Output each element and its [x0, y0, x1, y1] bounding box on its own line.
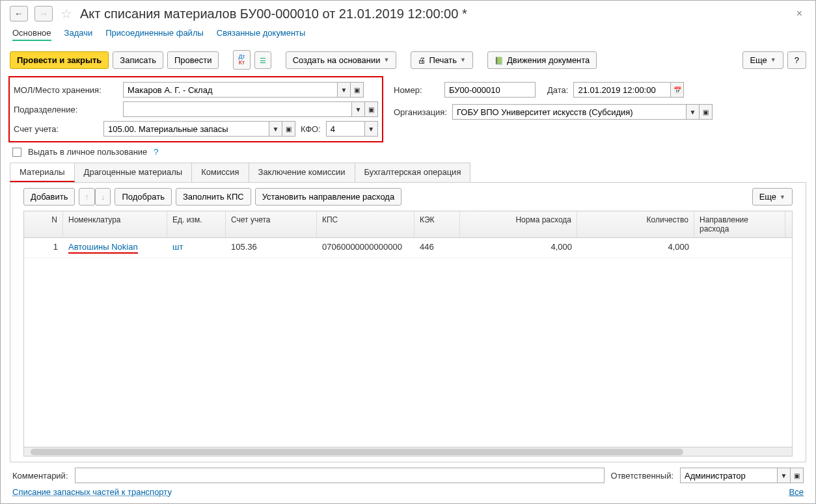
col-n[interactable]: N — [24, 211, 63, 237]
nav-back-button[interactable]: ← — [10, 6, 28, 21]
post-close-button[interactable]: Провести и закрыть — [10, 51, 109, 69]
footer-link[interactable]: Списание запасных частей к транспорту — [12, 487, 172, 497]
move-up-button[interactable]: ↑ — [79, 188, 95, 206]
personal-use-checkbox[interactable] — [12, 148, 21, 157]
movements-button[interactable]: Движения документа — [487, 51, 597, 69]
printer-icon — [418, 55, 426, 65]
number-label: Номер: — [394, 85, 426, 95]
dt-kt-button[interactable]: ДтКт — [233, 50, 250, 70]
nav-files[interactable]: Присоединенные файлы — [105, 28, 204, 41]
help-icon[interactable]: ? — [154, 147, 158, 157]
comment-label: Комментарий: — [12, 471, 68, 481]
col-ed[interactable]: Ед. изм. — [167, 211, 226, 237]
org-dropdown[interactable]: ▼ — [687, 104, 700, 120]
tab-commission[interactable]: Комиссия — [191, 163, 249, 182]
add-button[interactable]: Добавить — [23, 188, 75, 206]
nav-tasks[interactable]: Задачи — [64, 28, 93, 41]
table-header: N Номенклатура Ед. изм. Счет учета КПС К… — [24, 211, 792, 238]
col-kek[interactable]: КЭК — [415, 211, 460, 237]
create-based-button[interactable]: Создать на основании ▼ — [286, 51, 397, 69]
account-label: Счет учета: — [14, 124, 98, 134]
date-label: Дата: — [547, 85, 568, 95]
col-norma[interactable]: Норма расхода — [460, 211, 577, 237]
nav-forward-button[interactable]: → — [34, 6, 53, 21]
col-napr[interactable]: Направление расхода — [694, 211, 785, 237]
date-input[interactable] — [573, 82, 671, 98]
mol-label: МОЛ/Место хранения: — [14, 85, 118, 95]
pick-button[interactable]: Подобрать — [115, 188, 171, 206]
dept-dropdown[interactable]: ▼ — [352, 101, 365, 117]
list-icon-button[interactable] — [254, 51, 271, 69]
mol-input[interactable] — [123, 82, 338, 98]
resp-dropdown[interactable]: ▼ — [778, 468, 791, 483]
comment-input[interactable] — [75, 468, 605, 483]
tab-conclusion[interactable]: Заключение комиссии — [249, 163, 355, 182]
chevron-down-icon: ▼ — [780, 194, 785, 200]
col-schet[interactable]: Счет учета — [226, 211, 317, 237]
date-picker[interactable]: 📅 — [671, 82, 684, 98]
resp-input[interactable] — [680, 468, 778, 483]
tab-accounting[interactable]: Бухгалтерская операция — [355, 163, 471, 182]
account-input[interactable] — [103, 121, 269, 137]
more-button[interactable]: Еще ▼ — [742, 51, 783, 69]
mol-open[interactable]: ▣ — [351, 82, 364, 98]
chevron-down-icon: ▼ — [460, 57, 466, 63]
chevron-down-icon: ▼ — [770, 57, 776, 63]
list-icon — [260, 55, 266, 65]
set-direction-button[interactable]: Установить направление расхода — [255, 188, 402, 206]
number-input[interactable] — [444, 82, 536, 98]
post-button[interactable]: Провести — [167, 51, 219, 69]
chevron-down-icon: ▼ — [384, 57, 390, 63]
tab-materials[interactable]: Материалы — [10, 163, 75, 182]
fill-kps-button[interactable]: Заполнить КПС — [176, 188, 251, 206]
print-button[interactable]: Печать ▼ — [411, 51, 473, 69]
tab-precious[interactable]: Драгоценные материалы — [74, 163, 193, 182]
resp-open[interactable]: ▣ — [791, 468, 804, 483]
resp-label: Ответственный: — [611, 471, 673, 481]
org-label: Организация: — [394, 107, 447, 117]
window-title: Акт списания материалов БУ00-000010 от 2… — [80, 7, 786, 21]
horizontal-scrollbar[interactable] — [24, 447, 792, 456]
unit-link[interactable]: шт — [172, 242, 183, 252]
book-icon — [495, 55, 504, 65]
footer-all[interactable]: Все — [789, 487, 804, 497]
org-input[interactable] — [452, 104, 687, 120]
nav-main[interactable]: Основное — [12, 28, 51, 41]
favorite-icon[interactable]: ☆ — [61, 6, 72, 21]
col-kol[interactable]: Количество — [577, 211, 694, 237]
table-row[interactable]: 1 Автошины Nokian шт 105.36 070600000000… — [24, 238, 792, 258]
grid-more-button[interactable]: Еще ▼ — [752, 188, 793, 206]
save-button[interactable]: Записать — [113, 51, 163, 69]
dept-open[interactable]: ▣ — [365, 101, 378, 117]
kfo-input[interactable] — [326, 121, 365, 137]
col-nom[interactable]: Номенклатура — [63, 211, 167, 237]
mol-dropdown[interactable]: ▼ — [338, 82, 351, 98]
dtkt-icon: ДтКт — [238, 54, 245, 66]
help-button[interactable]: ? — [787, 51, 806, 69]
dept-input[interactable] — [123, 101, 352, 117]
org-open[interactable]: ▣ — [700, 104, 713, 120]
nav-related[interactable]: Связанные документы — [217, 28, 306, 41]
dept-label: Подразделение: — [14, 105, 118, 114]
close-button[interactable]: × — [793, 8, 806, 20]
kfo-dropdown[interactable]: ▼ — [365, 121, 378, 137]
account-open[interactable]: ▣ — [282, 121, 295, 137]
col-kps[interactable]: КПС — [317, 211, 415, 237]
account-dropdown[interactable]: ▼ — [269, 121, 282, 137]
personal-use-label: Выдать в личное пользование — [28, 147, 147, 157]
kfo-label: КФО: — [301, 124, 321, 134]
move-down-button[interactable]: ↓ — [95, 188, 111, 206]
nomenclature-link[interactable]: Автошины Nokian — [68, 242, 138, 254]
